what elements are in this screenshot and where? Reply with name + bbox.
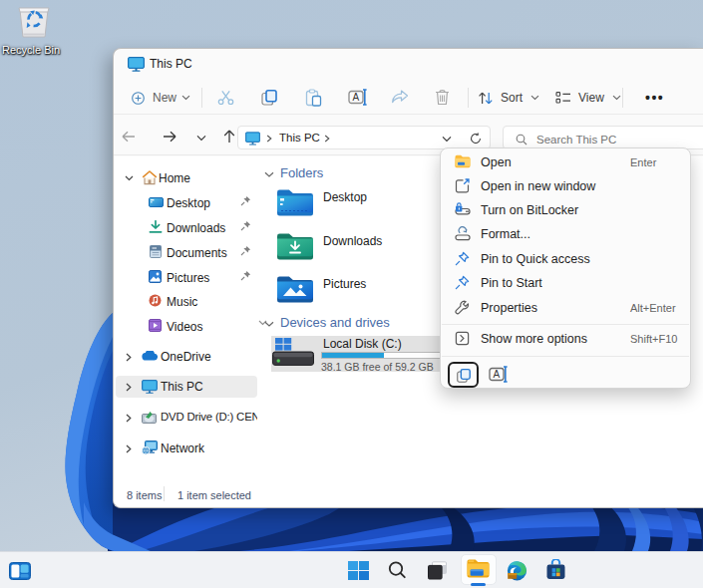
svg-text:A: A bbox=[493, 369, 500, 380]
svg-text:A: A bbox=[352, 92, 359, 103]
